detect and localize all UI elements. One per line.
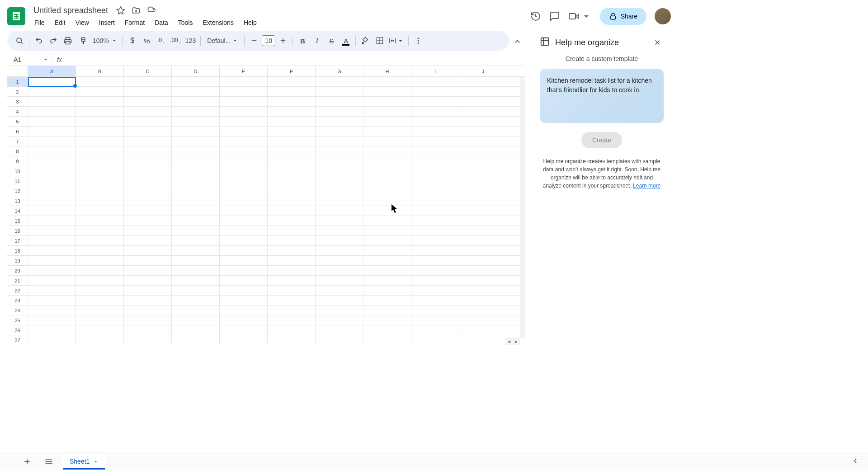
row-header-23[interactable]: 23: [7, 296, 28, 306]
create-button[interactable]: Create: [581, 132, 622, 148]
name-box-value: A1: [14, 56, 21, 63]
vertical-scrollbar[interactable]: [520, 77, 525, 338]
column-header-A[interactable]: A: [28, 66, 76, 76]
more-toolbar-button[interactable]: [411, 34, 425, 47]
row-header-10[interactable]: 10: [7, 166, 28, 176]
redo-button[interactable]: [47, 34, 60, 47]
side-panel-title: Help me organize: [555, 38, 646, 47]
history-icon[interactable]: [530, 11, 541, 22]
column-header-F[interactable]: F: [268, 66, 316, 76]
formula-input[interactable]: [66, 53, 525, 66]
number-format-button[interactable]: 123: [184, 34, 198, 47]
column-header-D[interactable]: D: [172, 66, 220, 76]
font-size-input[interactable]: [262, 35, 275, 46]
horizontal-scroll-nav[interactable]: ◄►: [505, 338, 520, 345]
paint-format-button[interactable]: [75, 34, 89, 47]
search-menus-button[interactable]: [13, 34, 26, 47]
italic-button[interactable]: I: [310, 34, 324, 47]
menu-help[interactable]: Help: [240, 17, 260, 28]
text-color-button[interactable]: A: [339, 34, 353, 47]
column-header-B[interactable]: B: [76, 66, 124, 76]
share-button[interactable]: Share: [600, 8, 646, 25]
name-box[interactable]: A1: [7, 53, 52, 66]
row-header-6[interactable]: 6: [7, 127, 28, 136]
zoom-value: 100%: [93, 37, 109, 44]
cloud-status-icon[interactable]: [147, 6, 156, 15]
menu-bar: File Edit View Insert Format Data Tools …: [31, 17, 530, 28]
column-header-J[interactable]: J: [459, 66, 507, 76]
row-header-25[interactable]: 25: [7, 315, 28, 325]
row-header-1[interactable]: 1: [7, 77, 28, 87]
currency-button[interactable]: $: [126, 34, 139, 47]
learn-more-link[interactable]: Learn more: [633, 183, 660, 189]
row-header-14[interactable]: 14: [7, 206, 28, 216]
row-header-8[interactable]: 8: [7, 146, 28, 156]
row-header-19[interactable]: 19: [7, 256, 28, 266]
row-header-26[interactable]: 26: [7, 325, 28, 335]
document-title[interactable]: Untitled spreadsheet: [31, 5, 111, 16]
prompt-textarea[interactable]: Kitchen remodel task list for a kitchen …: [540, 69, 664, 123]
print-button[interactable]: [61, 34, 75, 47]
row-header-7[interactable]: 7: [7, 136, 28, 146]
font-select[interactable]: Defaul...: [203, 37, 241, 44]
svg-rect-8: [66, 42, 70, 44]
row-header-21[interactable]: 21: [7, 276, 28, 286]
row-header-20[interactable]: 20: [7, 266, 28, 276]
row-header-27[interactable]: 27: [7, 335, 28, 345]
menu-tools[interactable]: Tools: [175, 17, 197, 28]
menu-data[interactable]: Data: [151, 17, 172, 28]
row-header-3[interactable]: 3: [7, 97, 28, 107]
decrease-font-size-button[interactable]: [247, 34, 261, 47]
column-header-E[interactable]: E: [220, 66, 268, 76]
row-header-24[interactable]: 24: [7, 306, 28, 315]
cells-area[interactable]: [28, 77, 525, 345]
svg-rect-13: [541, 38, 549, 46]
move-icon[interactable]: [132, 6, 141, 15]
select-all-corner[interactable]: [7, 66, 28, 76]
menu-extensions[interactable]: Extensions: [199, 17, 237, 28]
fx-icon: fx: [52, 56, 66, 63]
column-header-C[interactable]: C: [124, 66, 172, 76]
help-text: Help me organize creates templates with …: [540, 157, 664, 190]
menu-edit[interactable]: Edit: [51, 17, 69, 28]
column-header-I[interactable]: I: [411, 66, 459, 76]
row-header-18[interactable]: 18: [7, 246, 28, 256]
row-header-9[interactable]: 9: [7, 156, 28, 166]
undo-button[interactable]: [32, 34, 46, 47]
merge-cells-button[interactable]: [387, 34, 406, 47]
decrease-decimal-button[interactable]: .0←: [155, 34, 168, 47]
menu-insert[interactable]: Insert: [95, 17, 118, 28]
svg-rect-5: [569, 14, 576, 19]
side-panel-subtitle: Create a custom template: [540, 55, 664, 62]
collapse-toolbar-button[interactable]: [509, 33, 525, 50]
increase-decimal-button[interactable]: .00→: [169, 34, 183, 47]
row-header-2[interactable]: 2: [7, 87, 28, 97]
star-icon[interactable]: [116, 6, 125, 15]
row-header-13[interactable]: 13: [7, 196, 28, 206]
strikethrough-button[interactable]: S: [325, 34, 338, 47]
menu-file[interactable]: File: [31, 17, 48, 28]
increase-font-size-button[interactable]: [276, 34, 290, 47]
row-header-17[interactable]: 17: [7, 236, 28, 246]
bold-button[interactable]: B: [296, 34, 309, 47]
close-panel-button[interactable]: [651, 36, 664, 49]
comments-icon[interactable]: [549, 11, 560, 22]
sheets-logo[interactable]: [7, 7, 25, 25]
account-avatar[interactable]: [655, 8, 671, 24]
zoom-select[interactable]: 100%: [90, 37, 120, 44]
menu-view[interactable]: View: [72, 17, 93, 28]
borders-button[interactable]: [373, 34, 387, 47]
row-header-4[interactable]: 4: [7, 107, 28, 117]
row-header-12[interactable]: 12: [7, 186, 28, 196]
row-header-16[interactable]: 16: [7, 226, 28, 236]
row-header-5[interactable]: 5: [7, 117, 28, 127]
row-header-15[interactable]: 15: [7, 216, 28, 226]
row-header-11[interactable]: 11: [7, 176, 28, 186]
row-header-22[interactable]: 22: [7, 286, 28, 296]
column-header-H[interactable]: H: [363, 66, 411, 76]
fill-color-button[interactable]: [359, 34, 372, 47]
menu-format[interactable]: Format: [121, 17, 148, 28]
meet-button[interactable]: [568, 11, 592, 22]
percent-button[interactable]: %: [140, 34, 154, 47]
column-header-G[interactable]: G: [316, 66, 363, 76]
